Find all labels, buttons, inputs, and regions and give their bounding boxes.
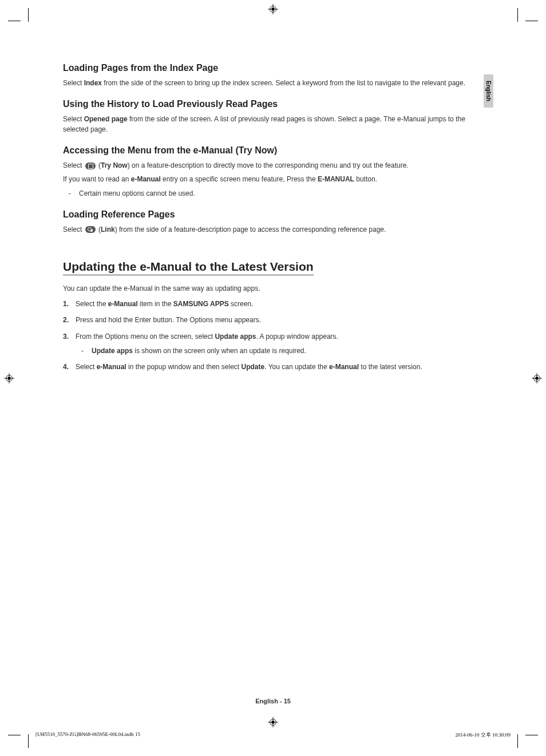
step-item: From the Options menu on the screen, sel… bbox=[63, 331, 475, 356]
sub-bullet: - Update apps is shown on the screen onl… bbox=[81, 346, 475, 357]
footer-meta: [UH5510_5570-ZG]BN68-06595E-00L04.indb 1… bbox=[35, 731, 511, 739]
heading-index-page: Loading Pages from the Index Page bbox=[63, 63, 475, 73]
dash-icon: - bbox=[81, 346, 92, 357]
try-now-icon bbox=[85, 163, 96, 169]
language-tab: English bbox=[484, 74, 493, 108]
crop-mark bbox=[21, 8, 29, 22]
paragraph: Select Index from the side of the screen… bbox=[63, 78, 475, 89]
svg-point-7 bbox=[7, 377, 10, 379]
crop-mark bbox=[8, 735, 21, 735]
footer-filename: [UH5510_5570-ZG]BN68-06595E-00L04.indb 1… bbox=[35, 731, 140, 739]
step-item: Select the e-Manual item in the SAMSUNG … bbox=[63, 299, 475, 310]
step-item: Press and hold the Enter button. The Opt… bbox=[63, 315, 475, 326]
steps-list: Select the e-Manual item in the SAMSUNG … bbox=[63, 299, 475, 373]
paragraph: Select (Try Now) on a feature-descriptio… bbox=[63, 160, 475, 171]
paragraph: Select (Link) from the side of a feature… bbox=[63, 224, 475, 235]
link-icon bbox=[85, 226, 96, 233]
crop-mark bbox=[8, 21, 21, 21]
heading-try-now: Accessing the Menu from the e-Manual (Tr… bbox=[63, 145, 475, 156]
footer-timestamp: 2014-06-10 오후 10:30:09 bbox=[456, 731, 511, 739]
heading-reference-pages: Loading Reference Pages bbox=[63, 209, 475, 220]
paragraph: If you want to read an e-Manual entry on… bbox=[63, 174, 475, 185]
crop-mark bbox=[517, 734, 525, 748]
crop-mark bbox=[21, 734, 29, 748]
paragraph: You can update the e-Manual in the same … bbox=[63, 283, 475, 294]
dash-icon: - bbox=[69, 188, 79, 199]
step-item: Select e-Manual in the popup window and … bbox=[63, 362, 475, 373]
svg-point-11 bbox=[535, 377, 538, 379]
registration-mark-icon bbox=[268, 717, 278, 727]
crop-mark bbox=[525, 735, 538, 735]
heading-updating-emanual: Updating the e-Manual to the Latest Vers… bbox=[63, 260, 314, 275]
page-content: Loading Pages from the Index Page Select… bbox=[63, 63, 475, 378]
registration-mark-icon bbox=[4, 373, 14, 383]
svg-point-3 bbox=[271, 7, 274, 10]
page-number: English - 15 bbox=[0, 698, 546, 704]
heading-history: Using the History to Load Previously Rea… bbox=[63, 99, 475, 109]
paragraph: Select Opened page from the side of the … bbox=[63, 114, 475, 135]
crop-mark bbox=[525, 21, 538, 21]
bullet-item: - Certain menu options cannot be used. bbox=[69, 188, 475, 199]
crop-mark bbox=[517, 8, 525, 22]
svg-point-15 bbox=[271, 721, 274, 723]
registration-mark-icon bbox=[268, 4, 278, 14]
registration-mark-icon bbox=[532, 373, 542, 383]
